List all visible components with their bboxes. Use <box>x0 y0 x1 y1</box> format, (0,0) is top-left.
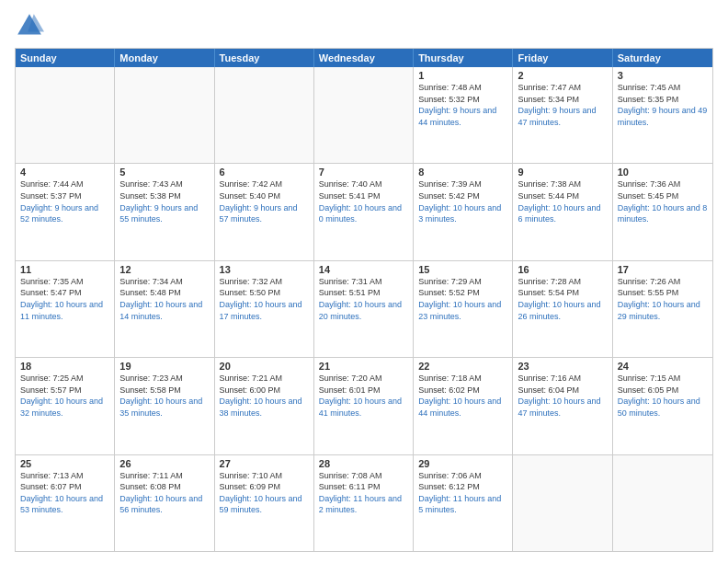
cell-info: Sunrise: 7:21 AMSunset: 6:00 PMDaylight:… <box>220 373 309 419</box>
cell-info: Sunrise: 7:44 AMSunset: 5:37 PMDaylight:… <box>20 178 109 224</box>
day-number: 1 <box>418 70 507 81</box>
week-row-3: 11Sunrise: 7:35 AMSunset: 5:47 PMDayligh… <box>16 260 712 357</box>
cell-info: Sunrise: 7:10 AMSunset: 6:09 PMDaylight:… <box>220 470 309 516</box>
day-number: 19 <box>119 361 209 372</box>
calendar-body: 1Sunrise: 7:48 AMSunset: 5:32 PMDaylight… <box>16 67 712 551</box>
cell-info: Sunrise: 7:08 AMSunset: 6:11 PMDaylight:… <box>319 470 408 516</box>
day-cell-16: 16Sunrise: 7:28 AMSunset: 5:54 PMDayligh… <box>513 261 612 357</box>
day-number: 27 <box>220 458 309 469</box>
cell-info: Sunrise: 7:40 AMSunset: 5:41 PMDaylight:… <box>319 178 408 224</box>
cell-info: Sunrise: 7:34 AMSunset: 5:48 PMDaylight:… <box>119 276 209 322</box>
cell-info: Sunrise: 7:16 AMSunset: 6:04 PMDaylight:… <box>518 373 607 419</box>
day-cell-13: 13Sunrise: 7:32 AMSunset: 5:50 PMDayligh… <box>215 261 314 357</box>
day-number: 14 <box>319 264 408 275</box>
day-number: 22 <box>418 361 507 372</box>
day-number: 10 <box>618 167 708 178</box>
day-cell-3: 3Sunrise: 7:45 AMSunset: 5:35 PMDaylight… <box>613 67 712 163</box>
day-cell-8: 8Sunrise: 7:39 AMSunset: 5:42 PMDaylight… <box>414 164 513 259</box>
day-cell-7: 7Sunrise: 7:40 AMSunset: 5:41 PMDaylight… <box>314 164 414 259</box>
day-number: 13 <box>220 264 309 275</box>
day-number: 21 <box>319 361 408 372</box>
logo <box>15 11 48 40</box>
week-row-2: 4Sunrise: 7:44 AMSunset: 5:37 PMDaylight… <box>16 163 712 259</box>
empty-cell <box>115 67 214 163</box>
week-row-4: 18Sunrise: 7:25 AMSunset: 5:57 PMDayligh… <box>16 357 712 454</box>
day-number: 8 <box>418 167 507 178</box>
day-header-saturday: Saturday <box>613 49 712 67</box>
day-cell-22: 22Sunrise: 7:18 AMSunset: 6:02 PMDayligh… <box>414 358 513 454</box>
day-number: 5 <box>119 167 209 178</box>
cell-info: Sunrise: 7:25 AMSunset: 5:57 PMDaylight:… <box>20 373 109 419</box>
empty-cell <box>314 67 414 163</box>
day-number: 20 <box>220 361 309 372</box>
day-number: 25 <box>20 458 109 469</box>
header <box>15 11 713 40</box>
calendar: SundayMondayTuesdayWednesdayThursdayFrid… <box>15 48 713 552</box>
cell-info: Sunrise: 7:45 AMSunset: 5:35 PMDaylight:… <box>618 82 708 128</box>
cell-info: Sunrise: 7:11 AMSunset: 6:08 PMDaylight:… <box>119 470 209 516</box>
day-header-friday: Friday <box>513 49 612 67</box>
day-number: 15 <box>418 264 507 275</box>
day-number: 7 <box>319 167 408 178</box>
day-number: 24 <box>618 361 708 372</box>
cell-info: Sunrise: 7:20 AMSunset: 6:01 PMDaylight:… <box>319 373 408 419</box>
day-number: 6 <box>220 167 309 178</box>
day-cell-25: 25Sunrise: 7:13 AMSunset: 6:07 PMDayligh… <box>16 455 115 551</box>
cell-info: Sunrise: 7:23 AMSunset: 5:58 PMDaylight:… <box>119 373 209 419</box>
cell-info: Sunrise: 7:06 AMSunset: 6:12 PMDaylight:… <box>418 470 507 516</box>
day-cell-15: 15Sunrise: 7:29 AMSunset: 5:52 PMDayligh… <box>414 261 513 357</box>
cell-info: Sunrise: 7:15 AMSunset: 6:05 PMDaylight:… <box>618 373 708 419</box>
cell-info: Sunrise: 7:43 AMSunset: 5:38 PMDaylight:… <box>119 178 209 224</box>
day-cell-21: 21Sunrise: 7:20 AMSunset: 6:01 PMDayligh… <box>314 358 414 454</box>
day-cell-1: 1Sunrise: 7:48 AMSunset: 5:32 PMDaylight… <box>414 67 513 163</box>
day-cell-27: 27Sunrise: 7:10 AMSunset: 6:09 PMDayligh… <box>215 455 314 551</box>
logo-icon <box>15 11 44 40</box>
day-number: 2 <box>518 70 607 81</box>
day-number: 9 <box>518 167 607 178</box>
day-cell-28: 28Sunrise: 7:08 AMSunset: 6:11 PMDayligh… <box>314 455 414 551</box>
day-number: 28 <box>319 458 408 469</box>
day-number: 12 <box>119 264 209 275</box>
day-number: 3 <box>618 70 708 81</box>
day-number: 23 <box>518 361 607 372</box>
cell-info: Sunrise: 7:31 AMSunset: 5:51 PMDaylight:… <box>319 276 408 322</box>
day-header-sunday: Sunday <box>16 49 115 67</box>
cell-info: Sunrise: 7:28 AMSunset: 5:54 PMDaylight:… <box>518 276 607 322</box>
cell-info: Sunrise: 7:35 AMSunset: 5:47 PMDaylight:… <box>20 276 109 322</box>
cell-info: Sunrise: 7:38 AMSunset: 5:44 PMDaylight:… <box>518 178 607 224</box>
empty-cell <box>215 67 314 163</box>
day-cell-29: 29Sunrise: 7:06 AMSunset: 6:12 PMDayligh… <box>414 455 513 551</box>
day-cell-14: 14Sunrise: 7:31 AMSunset: 5:51 PMDayligh… <box>314 261 414 357</box>
day-cell-24: 24Sunrise: 7:15 AMSunset: 6:05 PMDayligh… <box>613 358 712 454</box>
day-cell-9: 9Sunrise: 7:38 AMSunset: 5:44 PMDaylight… <box>513 164 612 259</box>
week-row-5: 25Sunrise: 7:13 AMSunset: 6:07 PMDayligh… <box>16 454 712 551</box>
day-header-tuesday: Tuesday <box>215 49 314 67</box>
day-cell-10: 10Sunrise: 7:36 AMSunset: 5:45 PMDayligh… <box>613 164 712 259</box>
empty-cell <box>513 455 612 551</box>
cell-info: Sunrise: 7:29 AMSunset: 5:52 PMDaylight:… <box>418 276 507 322</box>
cell-info: Sunrise: 7:26 AMSunset: 5:55 PMDaylight:… <box>618 276 708 322</box>
day-number: 16 <box>518 264 607 275</box>
day-cell-2: 2Sunrise: 7:47 AMSunset: 5:34 PMDaylight… <box>513 67 612 163</box>
day-cell-19: 19Sunrise: 7:23 AMSunset: 5:58 PMDayligh… <box>115 358 214 454</box>
day-cell-23: 23Sunrise: 7:16 AMSunset: 6:04 PMDayligh… <box>513 358 612 454</box>
empty-cell <box>613 455 712 551</box>
cell-info: Sunrise: 7:13 AMSunset: 6:07 PMDaylight:… <box>20 470 109 516</box>
day-cell-18: 18Sunrise: 7:25 AMSunset: 5:57 PMDayligh… <box>16 358 115 454</box>
day-header-monday: Monday <box>115 49 214 67</box>
day-cell-12: 12Sunrise: 7:34 AMSunset: 5:48 PMDayligh… <box>115 261 214 357</box>
day-number: 18 <box>20 361 109 372</box>
cell-info: Sunrise: 7:18 AMSunset: 6:02 PMDaylight:… <box>418 373 507 419</box>
cell-info: Sunrise: 7:47 AMSunset: 5:34 PMDaylight:… <box>518 82 607 128</box>
day-cell-11: 11Sunrise: 7:35 AMSunset: 5:47 PMDayligh… <box>16 261 115 357</box>
calendar-header: SundayMondayTuesdayWednesdayThursdayFrid… <box>16 49 712 67</box>
day-number: 11 <box>20 264 109 275</box>
day-header-thursday: Thursday <box>414 49 513 67</box>
day-cell-26: 26Sunrise: 7:11 AMSunset: 6:08 PMDayligh… <box>115 455 214 551</box>
day-cell-5: 5Sunrise: 7:43 AMSunset: 5:38 PMDaylight… <box>115 164 214 259</box>
cell-info: Sunrise: 7:48 AMSunset: 5:32 PMDaylight:… <box>418 82 507 128</box>
empty-cell <box>16 67 115 163</box>
cell-info: Sunrise: 7:39 AMSunset: 5:42 PMDaylight:… <box>418 178 507 224</box>
week-row-1: 1Sunrise: 7:48 AMSunset: 5:32 PMDaylight… <box>16 67 712 163</box>
day-header-wednesday: Wednesday <box>314 49 414 67</box>
